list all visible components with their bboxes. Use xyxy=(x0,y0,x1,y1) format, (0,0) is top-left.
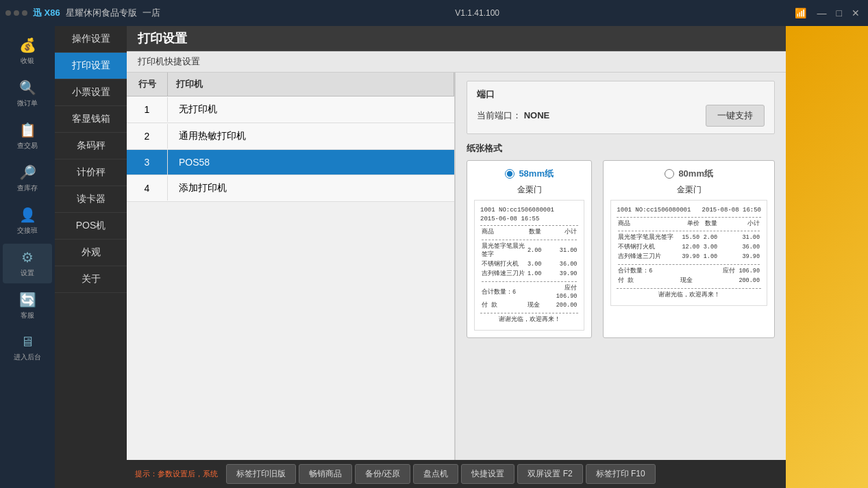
paper-58mm-radio[interactable] xyxy=(505,169,514,179)
col-name-header: 打印机 xyxy=(168,73,454,96)
nav-price-calc[interactable]: 计价秤 xyxy=(55,159,127,186)
nav-print-settings[interactable]: 打印设置 xyxy=(55,53,127,79)
paper-58mm-label[interactable]: 58mm纸 xyxy=(505,168,554,180)
inventory-icon: 🔎 xyxy=(19,164,36,181)
btn-quick-settings[interactable]: 快捷设置 xyxy=(461,464,514,484)
nav-about[interactable]: 关于 xyxy=(55,266,127,293)
btn-inventory[interactable]: 盘点机 xyxy=(413,464,458,484)
page-header: 打印设置 xyxy=(127,26,786,51)
transaction-icon: 📋 xyxy=(19,122,36,138)
sidebar-item-inventory[interactable]: 🔎 查库存 xyxy=(3,159,52,198)
signal-icon: 📶 xyxy=(795,8,806,18)
printer-row-3-name: POS58 xyxy=(168,150,454,175)
nav-sidebar: 操作设置 打印设置 小票设置 客显钱箱 条码秤 计价秤 读卡器 POS机 外观 … xyxy=(55,26,127,488)
printer-row-3-num: 3 xyxy=(127,150,168,175)
window-controls[interactable]: — □ ✕ xyxy=(815,8,863,18)
printer-row-2-name: 通用热敏打印机 xyxy=(168,123,454,149)
version-label: V1.1.41.100 xyxy=(455,8,499,18)
main-area: 打印设置 打印机快捷设置 行号 打印机 1 无打印机 2 通用热敏打印机 xyxy=(127,26,786,488)
paper-80mm-label[interactable]: 80mm纸 xyxy=(665,168,713,180)
printer-row-4[interactable]: 4 添加打印机 xyxy=(127,175,454,202)
handover-icon: 👤 xyxy=(19,207,36,223)
outside-background xyxy=(786,26,868,488)
micro-order-icon: 🔍 xyxy=(19,79,36,96)
printer-row-3[interactable]: 3 POS58 xyxy=(127,150,454,175)
printer-row-1-name: 无打印机 xyxy=(168,97,454,123)
receipt-58mm-preview: 1001 NO:cc1506080001 2015-06-08 16:55 商品… xyxy=(474,200,584,331)
sidebar-item-backend[interactable]: 🖥 进入后台 xyxy=(3,329,52,368)
sidebar-item-cashier[interactable]: 💰 收银 xyxy=(3,31,52,71)
app-name: 星耀休闲食品专版 xyxy=(66,7,137,19)
paper-title: 纸张格式 xyxy=(467,142,775,155)
title-bar: 迅 X86 星耀休闲食品专版 一店 V1.1.41.100 📶 — □ ✕ xyxy=(0,0,868,26)
btn-label-print-old[interactable]: 标签打印旧版 xyxy=(226,464,296,484)
port-section: 端口 当前端口： NONE 一键支持 xyxy=(467,81,775,134)
current-port-value: NONE xyxy=(524,110,550,120)
printer-list-section: 行号 打印机 1 无打印机 2 通用热敏打印机 3 POS58 4 添加打印 xyxy=(127,73,456,460)
settings-icon: ⚙ xyxy=(21,249,34,266)
paper-options: 58mm纸 金栗门 1001 NO:cc1506080001 2015-06-0… xyxy=(467,160,775,338)
col-num-header: 行号 xyxy=(127,73,168,96)
backend-icon: 🖥 xyxy=(21,334,34,350)
port-title: 端口 xyxy=(477,88,765,101)
branch-name: 一店 xyxy=(142,7,160,19)
backend-label: 进入后台 xyxy=(14,352,41,362)
nav-pos[interactable]: POS机 xyxy=(55,213,127,240)
nav-small-ticket[interactable]: 小票设置 xyxy=(55,79,127,106)
nav-customer-cashbox[interactable]: 客显钱箱 xyxy=(55,106,127,133)
paper-option-58mm[interactable]: 58mm纸 金栗门 1001 NO:cc1506080001 2015-06-0… xyxy=(467,160,592,338)
btn-backup-restore[interactable]: 备份/还原 xyxy=(355,464,410,484)
one-click-btn[interactable]: 一键支持 xyxy=(706,105,765,127)
minimize-btn[interactable]: — xyxy=(815,8,830,18)
printer-row-4-num: 4 xyxy=(127,176,168,201)
paper-58mm-text: 58mm纸 xyxy=(519,168,554,180)
paper-80mm-radio[interactable] xyxy=(665,169,674,179)
main-content: 💰 收银 🔍 微订单 📋 查交易 🔎 查库存 👤 交接班 ⚙ 设置 🔄 客服 � xyxy=(0,26,868,488)
nav-operation-settings[interactable]: 操作设置 xyxy=(55,26,127,53)
printer-row-2-num: 2 xyxy=(127,124,168,149)
settings-label: 设置 xyxy=(21,268,34,278)
sidebar-item-customer-service[interactable]: 🔄 客服 xyxy=(3,286,52,326)
page-title: 打印设置 xyxy=(138,30,187,47)
transaction-label: 查交易 xyxy=(17,141,38,151)
printer-row-2[interactable]: 2 通用热敏打印机 xyxy=(127,123,454,150)
btn-bestseller[interactable]: 畅销商品 xyxy=(299,464,352,484)
title-bar-right: 📶 — □ ✕ xyxy=(795,8,863,18)
sidebar-item-handover[interactable]: 👤 交接班 xyxy=(3,201,52,241)
nav-appearance[interactable]: 外观 xyxy=(55,240,127,266)
port-row: 当前端口： NONE 一键支持 xyxy=(477,105,765,127)
version-center: V1.1.41.100 xyxy=(455,8,499,18)
sidebar-item-transaction[interactable]: 📋 查交易 xyxy=(3,116,52,156)
handover-label: 交接班 xyxy=(17,226,38,235)
printer-row-1[interactable]: 1 无打印机 xyxy=(127,97,454,123)
dot3 xyxy=(22,10,27,16)
paper-80mm-store: 金栗门 xyxy=(677,184,702,196)
receipt-80mm-preview: 1001 NO:cc1506080001 2015-08-08 16:50 商品… xyxy=(610,200,767,306)
sidebar-icons: 💰 收银 🔍 微订单 📋 查交易 🔎 查库存 👤 交接班 ⚙ 设置 🔄 客服 � xyxy=(0,26,55,488)
dot2 xyxy=(14,10,19,16)
btn-label-print[interactable]: 标签打印 F10 xyxy=(586,464,656,484)
bottom-toolbar: 提示：参数设置后，系统 标签打印旧版 畅销商品 备份/还原 盘点机 快捷设置 双… xyxy=(127,460,786,488)
inventory-label: 查库存 xyxy=(17,183,38,193)
btn-dual-screen[interactable]: 双屏设置 F2 xyxy=(517,464,582,484)
breadcrumb: 打印机快捷设置 xyxy=(138,56,200,66)
printer-row-1-num: 1 xyxy=(127,97,168,122)
current-port-label: 当前端口： xyxy=(477,110,521,120)
content-area: 行号 打印机 1 无打印机 2 通用热敏打印机 3 POS58 4 添加打印 xyxy=(127,73,786,460)
nav-barcode-scale[interactable]: 条码秤 xyxy=(55,133,127,159)
nav-card-reader[interactable]: 读卡器 xyxy=(55,186,127,213)
printer-row-4-name: 添加打印机 xyxy=(168,175,454,201)
cashier-label: 收银 xyxy=(21,56,34,66)
paper-58mm-store: 金栗门 xyxy=(517,184,542,196)
paper-option-80mm[interactable]: 80mm纸 金栗门 1001 NO:cc1506080001 2015-08-0… xyxy=(603,160,775,338)
customer-service-label: 客服 xyxy=(21,311,34,320)
toolbar-hint: 提示：参数设置后，系统 xyxy=(135,469,218,479)
maximize-btn[interactable]: □ xyxy=(834,8,845,18)
sidebar-item-micro-order[interactable]: 🔍 微订单 xyxy=(3,74,52,114)
port-info: 当前端口： NONE xyxy=(477,110,549,122)
sidebar-item-settings[interactable]: ⚙ 设置 xyxy=(3,244,52,283)
micro-order-label: 微订单 xyxy=(17,99,38,108)
paper-section: 纸张格式 58mm纸 金栗门 1001 NO:cc1506080001 20 xyxy=(467,142,775,338)
app-logo: 迅 X86 xyxy=(33,7,60,19)
close-btn[interactable]: ✕ xyxy=(849,8,863,18)
